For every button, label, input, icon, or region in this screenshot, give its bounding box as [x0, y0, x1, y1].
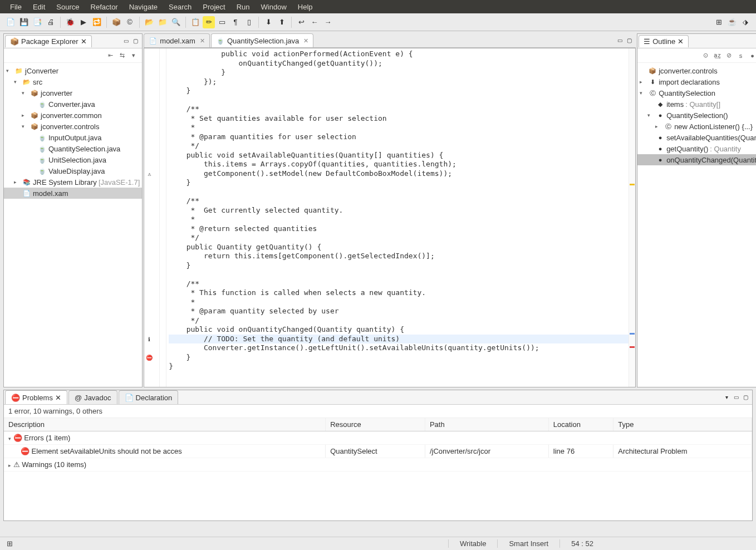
menu-help[interactable]: Help: [292, 3, 318, 11]
java-perspective-button[interactable]: ☕: [726, 16, 738, 28]
package-tree[interactable]: ▾📁jConverter▾📂src▾📦jconverter🍵Converter.…: [4, 63, 142, 387]
view-menu-button[interactable]: ▾: [129, 51, 139, 61]
focus-button[interactable]: ⊙: [701, 51, 711, 61]
col-header[interactable]: Description: [4, 418, 326, 431]
menu-run[interactable]: Run: [231, 3, 256, 11]
menu-search[interactable]: Search: [163, 3, 197, 11]
new-package-button[interactable]: 📦: [110, 16, 122, 28]
minimize-button[interactable]: ▭: [732, 393, 740, 402]
fold-column[interactable]: [160, 48, 166, 387]
sort-button[interactable]: a͢z: [713, 51, 723, 61]
outline-item[interactable]: ●setAvailableQuantities(Quantity[]): [637, 132, 756, 143]
tree-item[interactable]: 📄model.xam: [4, 188, 142, 199]
collapse-all-button[interactable]: ⇤: [105, 51, 115, 61]
minimize-button[interactable]: ▭: [121, 37, 130, 46]
outline-item[interactable]: ▾●QuantitySelection(): [637, 110, 756, 121]
overview-ruler[interactable]: [629, 48, 635, 387]
show-whitespace-button[interactable]: ¶: [229, 16, 242, 28]
maximize-button[interactable]: ▢: [131, 37, 140, 46]
hide-nonpublic-button[interactable]: ●: [748, 51, 756, 61]
save-all-button[interactable]: 📑: [31, 16, 43, 28]
new-button[interactable]: 📄: [4, 16, 17, 28]
close-icon[interactable]: ✕: [678, 37, 684, 46]
outline-item[interactable]: ●onQuantityChanged(Quantity) : void: [637, 154, 756, 165]
toggle-block-button[interactable]: ▭: [216, 16, 228, 28]
close-icon[interactable]: ✕: [81, 37, 87, 46]
menu-project[interactable]: Project: [197, 3, 230, 11]
bottom-tab-javadoc[interactable]: @Javadoc: [68, 390, 117, 404]
code-editor[interactable]: ⚠ℹ⛔ public void actionPerformed(ActionEv…: [144, 48, 636, 387]
err-marker[interactable]: ⛔: [145, 354, 153, 362]
menu-source[interactable]: Source: [51, 3, 85, 11]
menu-edit[interactable]: Edit: [27, 3, 51, 11]
menu-refactor[interactable]: Refactor: [85, 3, 124, 11]
tree-item[interactable]: ▾📦jconverter.controls: [4, 121, 142, 132]
tree-item[interactable]: 🍵InputOutput.java: [4, 132, 142, 143]
editor-tab[interactable]: 📄model.xam✕: [144, 33, 210, 47]
menu-file[interactable]: File: [4, 3, 27, 11]
problem-group[interactable]: ▸ ⚠ Warnings (10 items): [4, 458, 752, 472]
problem-group[interactable]: ▾ ⛔ Errors (1 item): [4, 431, 752, 445]
forward-button[interactable]: →: [322, 16, 334, 28]
package-explorer-tab[interactable]: 📦 Package Explorer ✕: [5, 35, 92, 47]
bottom-tab-declaration[interactable]: 📄Declaration: [119, 390, 179, 404]
hide-fields-button[interactable]: ⊘: [724, 51, 734, 61]
print-button[interactable]: 🖨: [45, 16, 57, 28]
toggle-mark-button[interactable]: ✏: [203, 16, 215, 28]
prev-annotation-button[interactable]: ⬆: [276, 16, 288, 28]
maximize-button[interactable]: ▢: [741, 393, 750, 402]
run-last-button[interactable]: 🔁: [91, 16, 103, 28]
outline-tab[interactable]: ☰ Outline ✕: [639, 35, 689, 47]
tree-item[interactable]: ▾📦jconverter: [4, 87, 142, 99]
back-button[interactable]: ←: [308, 16, 321, 28]
xml-perspective-button[interactable]: ⬗: [739, 16, 752, 28]
save-button[interactable]: 💾: [18, 16, 30, 28]
col-header[interactable]: Location: [548, 418, 613, 431]
close-icon[interactable]: ✕: [303, 37, 308, 45]
toggle-breadcrumb-button[interactable]: 📋: [189, 16, 202, 28]
view-menu-button[interactable]: ▾: [722, 393, 731, 402]
tree-item[interactable]: 🍵Converter.java: [4, 99, 142, 110]
tree-item[interactable]: ▸📦jconverter.common: [4, 110, 142, 121]
close-icon[interactable]: ✕: [200, 37, 205, 45]
menu-window[interactable]: Window: [256, 3, 292, 11]
outline-item[interactable]: ◆items : Quantity[]: [637, 99, 756, 110]
outline-item[interactable]: ▸Ⓒnew ActionListener() {...}: [637, 121, 756, 132]
debug-button[interactable]: 🐞: [64, 16, 76, 28]
col-header[interactable]: Type: [613, 418, 752, 431]
maximize-button[interactable]: ▢: [625, 36, 634, 45]
open-task-button[interactable]: 📁: [156, 16, 169, 28]
col-header[interactable]: Resource: [326, 418, 425, 431]
outline-item[interactable]: ▾ⒸQuantitySelection: [637, 87, 756, 99]
outline-item[interactable]: 📦jconverter.controls: [637, 65, 756, 76]
tree-item[interactable]: ▸📚JRE System Library [JavaSE-1.7]: [4, 176, 142, 188]
next-annotation-button[interactable]: ⬇: [262, 16, 274, 28]
bottom-tab-problems[interactable]: ⛔Problems✕: [5, 390, 67, 404]
code-body[interactable]: public void actionPerformed(ActionEvent …: [166, 48, 629, 387]
open-type-button[interactable]: 📂: [143, 16, 155, 28]
run-button[interactable]: ▶: [77, 16, 90, 28]
tree-item[interactable]: 🍵ValueDisplay.java: [4, 165, 142, 176]
tree-item[interactable]: 🍵UnitSelection.java: [4, 154, 142, 165]
tree-item[interactable]: ▾📂src: [4, 76, 142, 87]
outline-tree[interactable]: 📦jconverter.controls▸⬇import declaration…: [637, 63, 756, 387]
problem-row[interactable]: ⛔ Element setAvailableUnits should not b…: [4, 445, 752, 458]
link-editor-button[interactable]: ⇆: [117, 51, 127, 61]
minimize-button[interactable]: ▭: [615, 36, 624, 45]
menu-navigate[interactable]: Navigate: [124, 3, 163, 11]
gutter[interactable]: ⚠ℹ⛔: [144, 48, 160, 387]
info-marker[interactable]: ℹ: [145, 336, 153, 343]
outline-item[interactable]: ●getQuantity() : Quantity: [637, 143, 756, 154]
outline-item[interactable]: ▸⬇import declarations: [637, 76, 756, 87]
new-class-button[interactable]: ©: [124, 16, 136, 28]
hide-static-button[interactable]: s: [736, 51, 746, 61]
tree-item[interactable]: ▾📁jConverter: [4, 65, 142, 76]
tree-item[interactable]: 🍵QuantitySelection.java: [4, 143, 142, 154]
close-icon[interactable]: ✕: [55, 394, 61, 402]
show-selected-button[interactable]: ▯: [243, 16, 255, 28]
editor-tab[interactable]: 🍵QuantitySelection.java✕: [211, 33, 313, 47]
search-button[interactable]: 🔍: [170, 16, 182, 28]
warn-marker[interactable]: ⚠: [145, 170, 153, 178]
open-perspective-button[interactable]: ⊞: [713, 16, 725, 28]
problems-table[interactable]: DescriptionResourcePathLocationType ▾ ⛔ …: [4, 418, 752, 520]
